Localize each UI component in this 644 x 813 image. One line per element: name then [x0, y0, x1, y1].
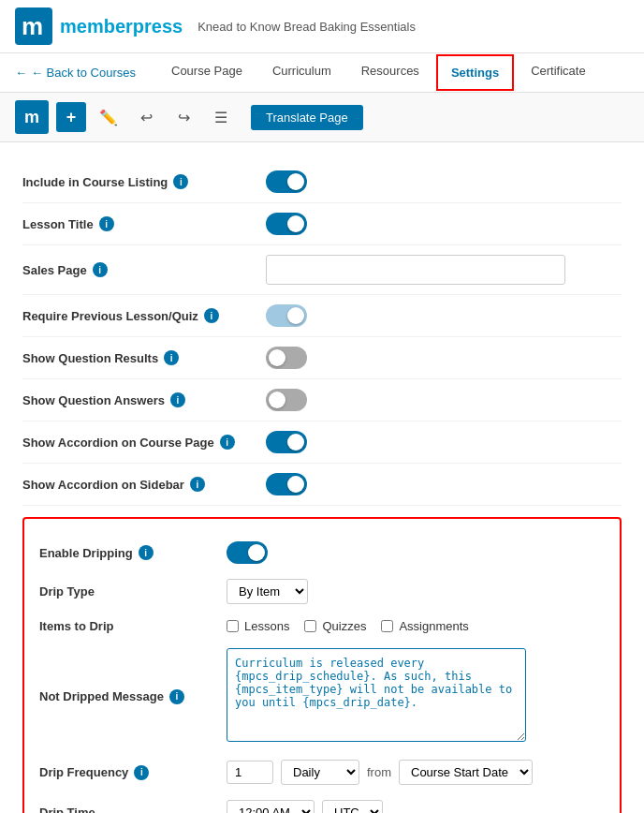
lessons-checkbox-label[interactable]: Lessons	[227, 619, 289, 633]
show-accordion-sidebar-toggle[interactable]	[266, 473, 307, 495]
show-question-results-info-icon[interactable]: i	[164, 350, 179, 365]
logo-area: m memberpress	[15, 7, 183, 45]
lesson-title-toggle-control	[266, 213, 622, 235]
logo-name: memberpress	[60, 16, 183, 37]
drip-freq-group: Daily Weekly Monthly from Course Start D…	[227, 760, 605, 785]
show-question-results-label: Show Question Results i	[22, 350, 266, 365]
quizzes-checkbox-label[interactable]: Quizzes	[304, 619, 366, 633]
sales-page-label: Sales Page i	[22, 262, 266, 277]
tab-resources[interactable]: Resources	[348, 54, 432, 91]
sales-page-row: Sales Page i	[22, 245, 622, 295]
drip-type-label: Drip Type	[39, 584, 227, 599]
drip-time-label: Drip Time	[39, 806, 227, 813]
enable-dripping-row: Enable Dripping i	[39, 534, 605, 571]
include-in-course-listing-label: Include in Course Listing i	[22, 174, 266, 189]
assignments-checkbox[interactable]	[381, 620, 393, 632]
menu-icon[interactable]: ☰	[206, 102, 236, 132]
show-accordion-sidebar-row: Show Accordion on Sidebar i	[22, 464, 622, 506]
items-checkbox-group: Lessons Quizzes Assignments	[227, 619, 605, 633]
not-dripped-info-icon[interactable]: i	[169, 689, 184, 704]
tab-curriculum[interactable]: Curriculum	[259, 54, 344, 91]
drip-time-group: 12:00 AM 6:00 AM 12:00 PM 6:00 PM UTC ES…	[227, 800, 605, 813]
drip-type-row: Drip Type By Item By Date By Days	[39, 571, 605, 612]
items-to-drip-label: Items to Drip	[39, 619, 227, 633]
back-to-courses-link[interactable]: ← ← Back to Courses	[15, 66, 136, 80]
show-question-results-toggle[interactable]	[266, 347, 307, 369]
toolbar: m + ✏️ ↩ ↪ ☰ Translate Page	[0, 93, 644, 142]
show-question-results-row: Show Question Results i	[22, 337, 622, 379]
sales-page-input[interactable]	[266, 255, 565, 285]
quizzes-checkbox[interactable]	[304, 620, 316, 632]
quizzes-label: Quizzes	[322, 619, 366, 633]
show-accordion-course-toggle[interactable]	[266, 431, 307, 453]
settings-content: Include in Course Listing i Lesson Title…	[0, 142, 644, 813]
items-to-drip-control: Lessons Quizzes Assignments	[227, 619, 605, 633]
assignments-label: Assignments	[399, 619, 468, 633]
lesson-title-row: Lesson Title i	[22, 203, 622, 245]
tab-course-page[interactable]: Course Page	[158, 54, 256, 91]
show-question-answers-label: Show Question Answers i	[22, 392, 266, 407]
sales-page-control	[266, 255, 622, 285]
show-accordion-course-label: Show Accordion on Course Page i	[22, 435, 266, 450]
require-previous-info-icon[interactable]: i	[204, 308, 219, 323]
tab-settings[interactable]: Settings	[436, 54, 514, 91]
edit-icon[interactable]: ✏️	[94, 102, 124, 132]
drip-source-select[interactable]: Course Start Date Enrollment Date Fixed …	[399, 760, 533, 785]
show-accordion-sidebar-label: Show Accordion on Sidebar i	[22, 477, 266, 492]
drip-period-select[interactable]: Daily Weekly Monthly	[281, 760, 359, 785]
nav-tabs: Course Page Curriculum Resources Setting…	[158, 54, 599, 91]
require-previous-row: Require Previous Lesson/Quiz i	[22, 295, 622, 337]
memberpress-logo: m	[15, 7, 52, 45]
lesson-title-info-icon[interactable]: i	[99, 216, 114, 231]
lesson-title-toggle[interactable]	[266, 213, 307, 235]
require-previous-toggle-control	[266, 304, 622, 327]
show-accordion-course-info-icon[interactable]: i	[220, 435, 235, 450]
drip-time-select[interactable]: 12:00 AM 6:00 AM 12:00 PM 6:00 PM	[227, 800, 315, 813]
svg-text:m: m	[22, 12, 43, 40]
undo-icon[interactable]: ↩	[131, 102, 161, 132]
require-previous-toggle[interactable]	[266, 304, 307, 327]
include-info-icon[interactable]: i	[173, 174, 188, 189]
translate-page-button[interactable]: Translate Page	[251, 105, 363, 130]
drip-frequency-number-input[interactable]	[227, 761, 273, 784]
tab-certificate[interactable]: Certificate	[518, 54, 599, 91]
drip-frequency-info-icon[interactable]: i	[134, 765, 149, 780]
enable-dripping-toggle[interactable]	[227, 541, 268, 564]
not-dripped-message-textarea[interactable]: Curriculum is released every {mpcs_drip_…	[227, 648, 526, 742]
site-title: Knead to Know Bread Baking Essentials	[198, 20, 416, 34]
include-in-course-listing-row: Include in Course Listing i	[22, 161, 622, 203]
show-accordion-course-control	[266, 431, 622, 453]
enable-dripping-label: Enable Dripping i	[39, 545, 227, 560]
show-accordion-course-row: Show Accordion on Course Page i	[22, 421, 622, 464]
show-accordion-sidebar-info-icon[interactable]: i	[190, 477, 205, 492]
top-bar: m memberpress Knead to Know Bread Baking…	[0, 0, 644, 53]
include-toggle[interactable]	[266, 170, 307, 193]
enable-dripping-info-icon[interactable]: i	[139, 545, 154, 560]
from-label: from	[367, 765, 391, 779]
show-question-results-control	[266, 347, 622, 369]
lessons-checkbox[interactable]	[227, 620, 239, 632]
not-dripped-message-control: Curriculum is released every {mpcs_drip_…	[227, 648, 605, 745]
redo-icon[interactable]: ↪	[168, 102, 198, 132]
assignments-checkbox-label[interactable]: Assignments	[381, 619, 468, 633]
drip-frequency-control: Daily Weekly Monthly from Course Start D…	[227, 760, 605, 785]
back-to-courses-label: ← Back to Courses	[31, 66, 136, 80]
lesson-title-label: Lesson Title i	[22, 216, 266, 231]
drip-timezone-select[interactable]: UTC EST PST	[322, 800, 383, 813]
drip-frequency-row: Drip Frequency i Daily Weekly Monthly fr…	[39, 752, 605, 792]
not-dripped-message-row: Not Dripped Message i Curriculum is rele…	[39, 641, 605, 752]
sales-page-info-icon[interactable]: i	[93, 262, 108, 277]
include-toggle-control	[266, 170, 622, 193]
nav-bar: ← ← Back to Courses Course Page Curricul…	[0, 53, 644, 93]
items-to-drip-row: Items to Drip Lessons Quizzes Assignment…	[39, 612, 605, 641]
drip-time-row: Drip Time 12:00 AM 6:00 AM 12:00 PM 6:00…	[39, 792, 605, 813]
show-question-answers-toggle[interactable]	[266, 389, 307, 411]
back-arrow-icon: ←	[15, 66, 27, 80]
add-button[interactable]: +	[56, 102, 86, 132]
show-question-answers-info-icon[interactable]: i	[170, 392, 185, 407]
drip-type-select[interactable]: By Item By Date By Days	[227, 579, 308, 604]
require-previous-label: Require Previous Lesson/Quiz i	[22, 308, 266, 323]
toolbar-logo: m	[15, 100, 49, 134]
enable-dripping-control	[227, 541, 605, 564]
drip-type-control: By Item By Date By Days	[227, 579, 605, 604]
